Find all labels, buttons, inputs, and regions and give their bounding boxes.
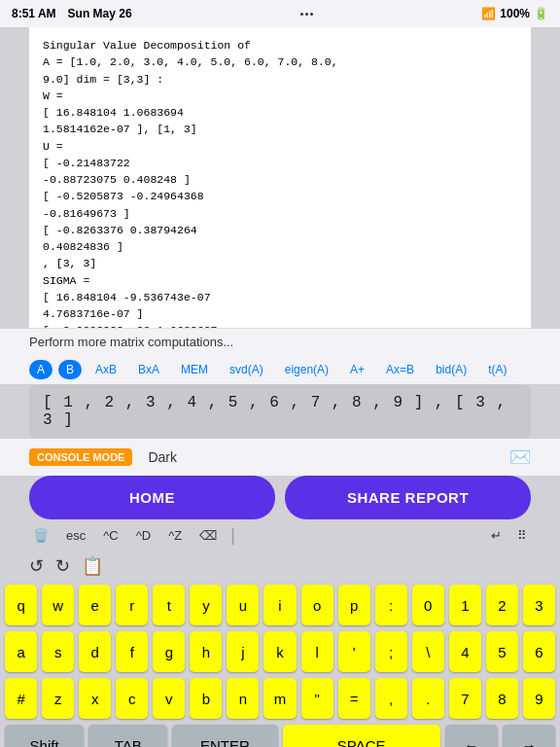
key-shift[interactable]: Shift bbox=[5, 725, 84, 747]
key-y[interactable]: y bbox=[190, 585, 222, 625]
status-bar: 8:51 AM Sun May 26 📶 100% 🔋 bbox=[0, 0, 560, 27]
status-date: Sun May 26 bbox=[68, 7, 132, 20]
console-mode-badge[interactable]: CONSOLE MODE bbox=[29, 448, 132, 466]
tab-B[interactable]: B bbox=[58, 360, 82, 379]
toolbar-ctrlZ[interactable]: ^Z bbox=[164, 526, 186, 545]
key-j[interactable]: j bbox=[227, 631, 259, 672]
key-v[interactable]: v bbox=[153, 678, 185, 719]
toolbar-delete-icon[interactable]: 🗑️ bbox=[29, 526, 52, 545]
output-line: -0.88723075 0.408248 ] bbox=[43, 171, 517, 188]
key-l[interactable]: l bbox=[301, 631, 333, 672]
battery-label: 100% bbox=[500, 7, 530, 20]
toolbar-return-icon[interactable]: ↵ bbox=[487, 526, 506, 545]
key-x[interactable]: x bbox=[79, 678, 111, 719]
key-c[interactable]: c bbox=[116, 678, 148, 719]
key-w[interactable]: w bbox=[42, 585, 74, 625]
key-5[interactable]: 5 bbox=[486, 631, 518, 672]
key-s[interactable]: s bbox=[42, 631, 74, 672]
key-t[interactable]: t bbox=[153, 585, 185, 625]
tab-bidA[interactable]: bid(A) bbox=[428, 360, 474, 379]
key-o[interactable]: o bbox=[301, 585, 333, 625]
toolbar-copy-button[interactable]: 📋 bbox=[82, 555, 103, 577]
key-apostrophe[interactable]: ' bbox=[338, 631, 370, 672]
key-b[interactable]: b bbox=[190, 678, 222, 719]
output-line: SIGMA = bbox=[43, 272, 517, 289]
toolbar-esc[interactable]: esc bbox=[62, 526, 89, 545]
key-r[interactable]: r bbox=[116, 585, 148, 625]
toolbar-ctrlC[interactable]: ^C bbox=[99, 526, 122, 545]
output-line: U = bbox=[43, 138, 517, 155]
key-a[interactable]: a bbox=[5, 631, 37, 672]
key-space[interactable]: SPACE bbox=[283, 725, 440, 747]
key-q[interactable]: q bbox=[5, 585, 37, 625]
key-tab[interactable]: TAB bbox=[88, 725, 167, 747]
key-g[interactable]: g bbox=[153, 631, 185, 672]
output-line: 0.40824836 ] bbox=[43, 238, 517, 255]
tab-BxA[interactable]: BxA bbox=[130, 360, 167, 379]
key-u[interactable]: u bbox=[227, 585, 259, 625]
key-8[interactable]: 8 bbox=[486, 678, 518, 719]
toolbar-separator: | bbox=[230, 525, 235, 546]
key-period[interactable]: . bbox=[412, 678, 444, 719]
key-h[interactable]: h bbox=[190, 631, 222, 672]
key-1[interactable]: 1 bbox=[449, 585, 481, 625]
key-9[interactable]: 9 bbox=[523, 678, 555, 719]
key-6[interactable]: 6 bbox=[523, 631, 555, 672]
toolbar-row: 🗑️ esc ^C ^D ^Z ⌫ | ↵ ⠿ bbox=[0, 519, 560, 551]
toolbar-ctrlD[interactable]: ^D bbox=[132, 526, 156, 545]
key-equals[interactable]: = bbox=[338, 678, 370, 719]
tab-eigenA[interactable]: eigen(A) bbox=[277, 360, 336, 379]
output-line: [ -0.5205873 -0.24964368 bbox=[43, 188, 517, 204]
key-p[interactable]: p bbox=[338, 585, 370, 625]
key-enter[interactable]: ENTER bbox=[172, 725, 277, 747]
share-report-button[interactable]: SHARE REPORT bbox=[285, 476, 531, 519]
key-0[interactable]: 0 bbox=[412, 585, 444, 625]
key-k[interactable]: k bbox=[263, 631, 296, 672]
tab-AxeqB[interactable]: Ax=B bbox=[378, 360, 422, 379]
home-button[interactable]: HOME bbox=[29, 476, 275, 519]
tab-svdA[interactable]: svd(A) bbox=[222, 360, 271, 379]
key-semicolon[interactable]: ; bbox=[375, 631, 407, 672]
keyboard-row-2: a s d f g h j k l ' ; \ 4 5 6 bbox=[0, 627, 560, 674]
key-n[interactable]: n bbox=[227, 678, 259, 719]
key-m[interactable]: m bbox=[263, 678, 296, 719]
keyboard-row-1: q w e r t y u i o p : 0 1 2 3 bbox=[0, 581, 560, 627]
input-field-container[interactable]: [ 1 , 2 , 3 , 4 , 5 , 6 , 7 , 8 , 9 ] , … bbox=[29, 384, 531, 439]
output-line: [ 16.848104 1.0683694 bbox=[43, 104, 517, 121]
output-line: 1.5814162e-07 ], [1, 3] bbox=[43, 121, 517, 137]
status-time: 8:51 AM bbox=[12, 7, 56, 20]
key-3[interactable]: 3 bbox=[523, 585, 555, 625]
key-arrow-left[interactable]: ← bbox=[445, 725, 498, 747]
tab-MEM[interactable]: MEM bbox=[173, 360, 216, 379]
tab-Aplus[interactable]: A+ bbox=[342, 360, 372, 379]
output-line: A = [1.0, 2.0, 3.0, 4.0, 5.0, 6.0, 7.0, … bbox=[43, 53, 517, 70]
key-arrow-right[interactable]: → bbox=[503, 725, 555, 747]
dark-label[interactable]: Dark bbox=[148, 449, 177, 465]
key-comma[interactable]: , bbox=[375, 678, 407, 719]
key-e[interactable]: e bbox=[79, 585, 111, 625]
output-line: 9.0] dim = [3,3] : bbox=[43, 71, 517, 88]
tab-A[interactable]: A bbox=[29, 360, 52, 379]
mode-row: CONSOLE MODE Dark ✉️ bbox=[0, 439, 560, 476]
key-2[interactable]: 2 bbox=[486, 585, 518, 625]
envelope-icon[interactable]: ✉️ bbox=[509, 446, 531, 468]
key-7[interactable]: 7 bbox=[449, 678, 481, 719]
key-f[interactable]: f bbox=[116, 631, 148, 672]
key-z[interactable]: z bbox=[42, 678, 74, 719]
key-4[interactable]: 4 bbox=[449, 631, 481, 672]
output-line: , [3, 3] bbox=[43, 255, 517, 271]
toolbar-del[interactable]: ⌫ bbox=[195, 526, 221, 545]
tab-tA[interactable]: t(A) bbox=[480, 360, 514, 379]
key-quote[interactable]: " bbox=[301, 678, 333, 719]
key-d[interactable]: d bbox=[79, 631, 111, 672]
key-hash[interactable]: # bbox=[5, 678, 37, 719]
toolbar-grid-icon[interactable]: ⠿ bbox=[513, 526, 531, 545]
battery-icon: 🔋 bbox=[534, 7, 548, 20]
key-backslash[interactable]: \ bbox=[412, 631, 444, 672]
toolbar-redo-button[interactable]: ↻ bbox=[55, 555, 70, 577]
key-colon[interactable]: : bbox=[375, 585, 407, 625]
tab-AxB[interactable]: AxB bbox=[88, 360, 124, 379]
toolbar-undo-button[interactable]: ↺ bbox=[29, 555, 44, 577]
key-i[interactable]: i bbox=[263, 585, 296, 625]
action-buttons: HOME SHARE REPORT bbox=[29, 476, 531, 519]
